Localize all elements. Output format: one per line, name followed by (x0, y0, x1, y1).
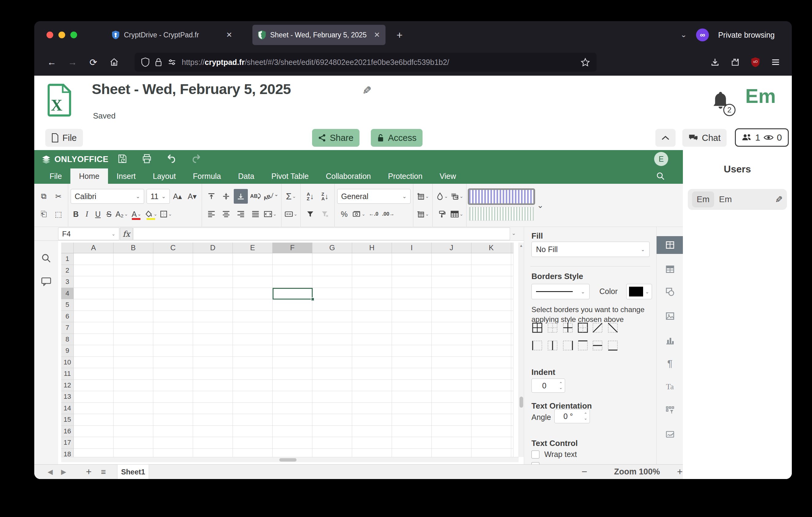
cell-C1[interactable] (153, 253, 193, 265)
cell-D1[interactable] (193, 253, 233, 265)
border-inside-button[interactable] (561, 321, 574, 334)
column-headers[interactable]: ABCDEFGHIJK (61, 243, 519, 253)
row-header-18[interactable]: 18 (61, 449, 74, 457)
fill-select[interactable]: No Fill⌄ (531, 242, 649, 257)
downloads-icon[interactable] (710, 58, 720, 67)
cell-D15[interactable] (193, 414, 233, 426)
cell-G15[interactable] (312, 414, 352, 426)
cell-B14[interactable] (114, 403, 153, 414)
cell-H13[interactable] (352, 391, 392, 403)
cell-F16[interactable] (272, 426, 312, 437)
cell-C7[interactable] (153, 322, 193, 334)
column-header-H[interactable]: H (352, 243, 392, 253)
presence-counter[interactable]: 1 0 (735, 128, 789, 147)
cell-E18[interactable] (233, 449, 272, 457)
cell-E7[interactable] (233, 322, 272, 334)
cell-H3[interactable] (352, 276, 392, 288)
horizontal-scrollbar-thumb[interactable] (279, 458, 296, 462)
cell-G1[interactable] (312, 253, 352, 265)
cell-D3[interactable] (193, 276, 233, 288)
cell-E10[interactable] (233, 357, 272, 369)
styles-gallery-expand-chevron[interactable]: ⌄ (537, 200, 544, 210)
close-window-button[interactable] (47, 31, 53, 38)
cell-H8[interactable] (352, 334, 392, 346)
cell-A12[interactable] (74, 380, 114, 391)
cell-K7[interactable] (471, 322, 511, 334)
cell-I12[interactable] (392, 380, 432, 391)
cell-D6[interactable] (193, 311, 233, 323)
cell-E4[interactable] (233, 288, 272, 300)
cell-G11[interactable] (312, 368, 352, 380)
document-title[interactable]: Sheet - Wed, February 5, 2025 (92, 81, 291, 98)
border-top-button[interactable] (576, 339, 589, 352)
column-header-C[interactable]: C (153, 243, 193, 253)
text-orientation-button[interactable]: AB⟋⌄ (261, 187, 281, 206)
row-header-6[interactable]: 6 (61, 311, 74, 323)
cell-F11[interactable] (272, 368, 312, 380)
row-header-12[interactable]: 12 (61, 380, 74, 391)
account-avatar[interactable]: Em (745, 85, 791, 108)
align-left-button[interactable] (204, 207, 219, 221)
save-icon[interactable] (117, 154, 130, 164)
close-tab-icon[interactable]: ✕ (374, 31, 380, 39)
cell-A17[interactable] (74, 437, 114, 449)
cell-C8[interactable] (153, 334, 193, 346)
cell-B15[interactable] (114, 414, 153, 426)
cell-K13[interactable] (471, 391, 511, 403)
fx-insert-function-button[interactable]: fx (120, 227, 133, 240)
clear-style-button[interactable]: ⌄ (435, 189, 449, 204)
cell-E15[interactable] (233, 414, 272, 426)
cell-K11[interactable] (471, 368, 511, 380)
cell-H11[interactable] (352, 368, 392, 380)
url-text[interactable]: https://cryptpad.fr/sheet/#/3/sheet/edit… (182, 58, 449, 67)
border-bottom-button[interactable] (606, 339, 619, 352)
cell-D17[interactable] (193, 437, 233, 449)
cell-H4[interactable] (352, 288, 392, 300)
cell-J17[interactable] (432, 437, 471, 449)
cell-E17[interactable] (233, 437, 272, 449)
align-right-button[interactable] (234, 207, 248, 221)
reload-button[interactable]: ⟳ (84, 57, 102, 68)
cell-F2[interactable] (272, 265, 312, 277)
extensions-puzzle-icon[interactable] (731, 58, 740, 67)
cell-A16[interactable] (74, 426, 114, 437)
select-all-button[interactable]: ⬚ (51, 207, 65, 221)
add-sheet-button[interactable]: + (82, 465, 95, 479)
copy-style-button[interactable] (435, 207, 449, 221)
decrease-decimal-button[interactable]: ←.0 (367, 207, 381, 221)
minimize-window-button[interactable] (58, 31, 65, 38)
cell-F7[interactable] (272, 322, 312, 334)
menu-tab-data[interactable]: Data (229, 168, 263, 184)
cell-settings-tab-icon[interactable] (657, 236, 683, 254)
border-right-button[interactable] (561, 339, 574, 352)
cell-K1[interactable] (471, 253, 511, 265)
file-button[interactable]: File (45, 129, 83, 147)
ublock-origin-icon[interactable]: uO (751, 57, 760, 67)
menu-tab-protection[interactable]: Protection (379, 168, 431, 184)
cell-C12[interactable] (153, 380, 193, 391)
cell-G10[interactable] (312, 357, 352, 369)
cell-I15[interactable] (392, 414, 432, 426)
menu-tab-layout[interactable]: Layout (144, 168, 184, 184)
row-header-7[interactable]: 7 (61, 322, 74, 334)
cell-F1[interactable] (272, 253, 312, 265)
url-bar[interactable]: https://cryptpad.fr/sheet/#/3/sheet/edit… (135, 53, 597, 72)
cell-J3[interactable] (432, 276, 471, 288)
autosum-button[interactable]: Σ⌄ (284, 189, 298, 204)
clear-filter-button[interactable] (318, 207, 332, 221)
cell-B11[interactable] (114, 368, 153, 380)
cell-C6[interactable] (153, 311, 193, 323)
cell-I1[interactable] (392, 253, 432, 265)
cell-K17[interactable] (471, 437, 511, 449)
format-as-table-button[interactable]: ⌄ (450, 207, 464, 221)
cell-B7[interactable] (114, 322, 153, 334)
cell-G2[interactable] (312, 265, 352, 277)
cell-G7[interactable] (312, 322, 352, 334)
cell-H1[interactable] (352, 253, 392, 265)
row-header-14[interactable]: 14 (61, 403, 74, 414)
column-header-D[interactable]: D (193, 243, 233, 253)
conditional-formatting-button[interactable]: ⌄ (450, 189, 464, 204)
angle-down-arrow[interactable]: ⌄ (584, 416, 587, 420)
cell-H5[interactable] (352, 299, 392, 311)
cell-G8[interactable] (312, 334, 352, 346)
